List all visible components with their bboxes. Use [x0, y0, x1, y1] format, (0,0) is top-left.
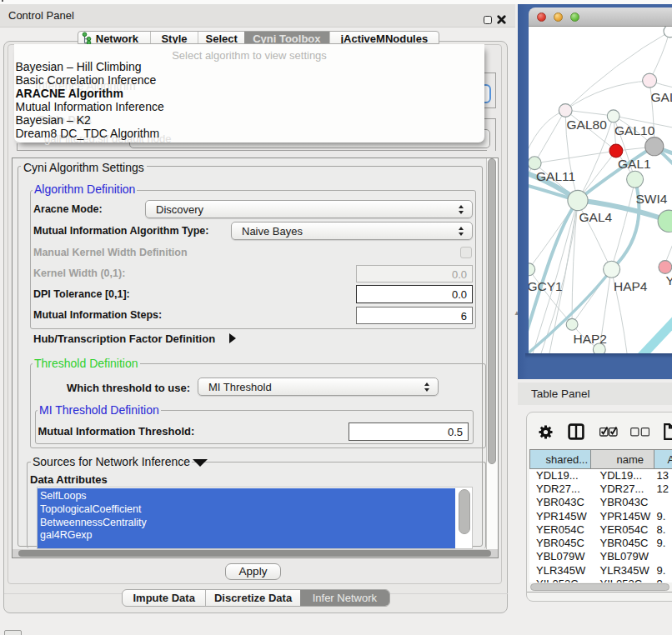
svg-text:Y: Y: [666, 273, 672, 288]
svg-text:SWI4: SWI4: [636, 192, 668, 206]
svg-text:GAL1: GAL1: [618, 157, 651, 171]
svg-text:HAP4: HAP4: [614, 279, 648, 293]
svg-text:GAL11: GAL11: [536, 169, 575, 183]
svg-text:GAL: GAL: [651, 90, 672, 104]
svg-text:GAL80: GAL80: [567, 118, 608, 132]
svg-text:GAL4: GAL4: [579, 210, 613, 224]
svg-text:GAL10: GAL10: [614, 123, 655, 138]
svg-text:GCY1: GCY1: [529, 279, 563, 293]
svg-text:HAP2: HAP2: [574, 332, 608, 346]
